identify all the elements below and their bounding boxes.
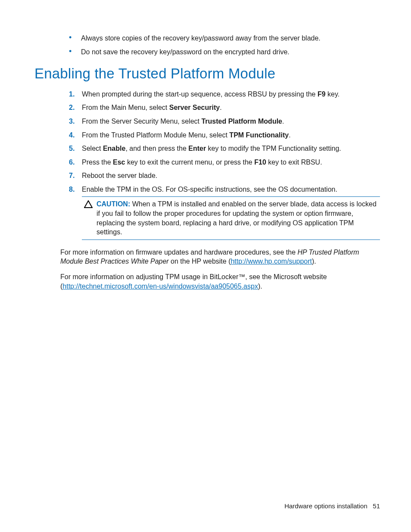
page-footer: Hardware options installation 51 [284, 502, 380, 510]
section-heading: Enabling the Trusted Platform Module [34, 64, 380, 84]
key-name: Enter [188, 145, 206, 152]
svg-marker-0 [84, 201, 92, 208]
para-text: ). [312, 258, 316, 265]
list-item: Do not save the recovery key/password on… [69, 47, 380, 57]
step-text: key to exit the current menu, or press t… [125, 159, 255, 166]
para-text: For more information on firmware updates… [60, 249, 298, 256]
step-item: Enable the TPM in the OS. For OS-specifi… [69, 185, 380, 240]
step-item: From the Server Security Menu, select Tr… [69, 117, 380, 126]
option-name: Enable [103, 145, 125, 152]
key-name: F9 [318, 90, 326, 98]
step-item: Press the Esc key to exit the current me… [69, 158, 380, 167]
para-text: on the HP website ( [169, 258, 231, 265]
para-text: ). [258, 283, 262, 290]
step-text: Press the [82, 159, 113, 166]
menu-name: Trusted Platform Module [201, 118, 282, 125]
info-paragraph: For more information on firmware updates… [60, 248, 380, 266]
step-item: When prompted during the start-up sequen… [69, 90, 380, 99]
step-text: Select [82, 145, 103, 152]
step-text: From the Main Menu, select [82, 104, 169, 111]
bullet-text: Always store copies of the recovery key/… [81, 34, 321, 42]
footer-section: Hardware options installation [284, 502, 367, 510]
caution-text: CAUTION: When a TPM is installed and ena… [95, 199, 380, 236]
step-text: key to modify the TPM Functionality sett… [206, 145, 341, 152]
step-text: key to exit RBSU. [266, 159, 322, 166]
menu-name: Server Security [169, 104, 220, 111]
intro-bullet-list: Always store copies of the recovery key/… [34, 34, 380, 56]
hp-support-link[interactable]: http://www.hp.com/support [230, 258, 312, 265]
footer-page-number: 51 [373, 502, 380, 510]
key-name: Esc [113, 159, 125, 166]
step-text: Reboot the server blade. [82, 172, 157, 179]
list-item: Always store copies of the recovery key/… [69, 34, 380, 43]
caution-box: CAUTION: When a TPM is installed and ena… [82, 196, 380, 240]
caution-icon [82, 199, 95, 210]
menu-name: TPM Functionality [229, 131, 289, 139]
bullet-text: Do not save the recovery key/password on… [81, 48, 290, 56]
step-text: , and then press the [125, 145, 188, 152]
step-text: . [282, 118, 284, 125]
step-text: . [220, 104, 221, 111]
step-text: . [289, 131, 290, 139]
document-page: Always store copies of the recovery key/… [0, 0, 411, 532]
step-item: Select Enable, and then press the Enter … [69, 144, 380, 153]
caution-body: When a TPM is installed and enabled on t… [97, 200, 377, 236]
microsoft-link[interactable]: http://technet.microsoft.com/en-us/windo… [62, 283, 258, 290]
step-text: When prompted during the start-up sequen… [82, 90, 318, 98]
info-paragraph: For more information on adjusting TPM us… [60, 272, 380, 291]
key-name: F10 [254, 159, 266, 166]
step-item: From the Main Menu, select Server Securi… [69, 103, 380, 112]
caution-label: CAUTION: [97, 200, 130, 208]
step-text: From the Server Security Menu, select [82, 118, 201, 125]
step-item: Reboot the server blade. [69, 171, 380, 180]
step-text: Enable the TPM in the OS. For OS-specifi… [82, 186, 337, 193]
step-text: From the Trusted Platform Module Menu, s… [82, 131, 229, 139]
step-text: key. [326, 90, 340, 98]
steps-list: When prompted during the start-up sequen… [34, 90, 380, 240]
step-item: From the Trusted Platform Module Menu, s… [69, 131, 380, 140]
